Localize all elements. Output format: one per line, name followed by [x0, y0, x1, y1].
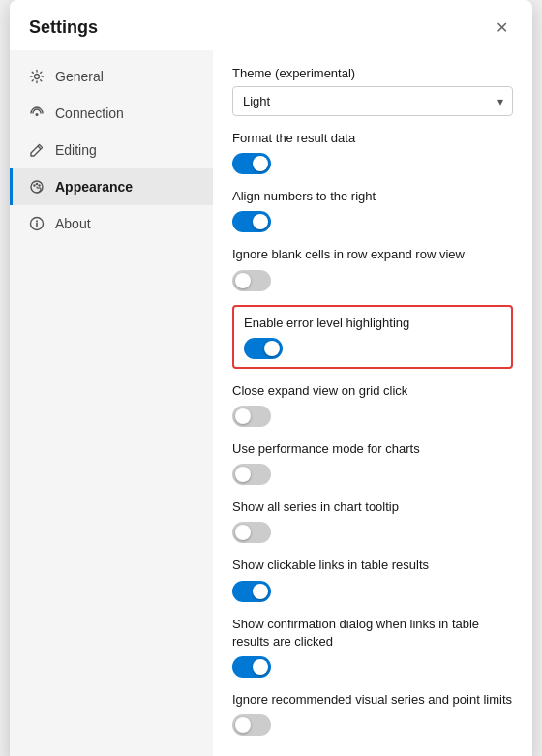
setting-label-ignore-blank: Ignore blank cells in row expand row vie…	[232, 246, 513, 263]
pencil-icon	[28, 141, 45, 159]
setting-label-ignore-visual: Ignore recommended visual series and poi…	[232, 691, 513, 709]
toggle-container-close-expand	[232, 406, 513, 427]
toggle-track-enable-error[interactable]	[244, 338, 283, 359]
sidebar-item-label-connection: Connection	[55, 106, 124, 121]
setting-label-clickable-links: Show clickable links in table results	[232, 557, 513, 574]
setting-label-confirm-dialog: Show confirmation dialog when links in t…	[232, 616, 513, 650]
svg-point-5	[38, 184, 40, 186]
toggle-thumb-performance-mode	[235, 467, 251, 482]
settings-dialog: Settings ✕ General Connection Editing Ap…	[10, 0, 532, 756]
toggle-track-show-all-series[interactable]	[232, 522, 271, 543]
svg-point-8	[36, 220, 38, 222]
toggle-performance-mode[interactable]	[232, 464, 271, 485]
setting-group-format-result: Format the result data	[232, 130, 513, 174]
highlighted-setting-enable-error: Enable error level highlighting	[232, 305, 513, 369]
theme-select[interactable]: LightDarkSystem	[232, 86, 513, 116]
setting-label-format-result: Format the result data	[232, 130, 513, 147]
toggle-show-all-series[interactable]	[232, 522, 271, 543]
toggle-thumb-clickable-links	[253, 584, 268, 599]
toggle-thumb-enable-error	[264, 341, 280, 356]
toggle-track-ignore-visual[interactable]	[232, 714, 271, 736]
toggle-ignore-visual[interactable]	[232, 714, 271, 736]
toggle-align-numbers[interactable]	[232, 211, 271, 232]
toggle-close-expand[interactable]	[232, 406, 271, 427]
setting-label-align-numbers: Align numbers to the right	[232, 188, 513, 205]
svg-point-0	[35, 75, 40, 79]
svg-point-3	[33, 184, 35, 186]
setting-group-confirm-dialog: Show confirmation dialog when links in t…	[232, 616, 513, 678]
toggle-format-result[interactable]	[232, 153, 271, 174]
setting-group-ignore-visual: Ignore recommended visual series and poi…	[232, 691, 513, 736]
toggle-track-align-numbers[interactable]	[232, 211, 271, 232]
toggle-container-confirm-dialog	[232, 656, 513, 678]
toggle-track-performance-mode[interactable]	[232, 464, 271, 485]
toggle-thumb-ignore-visual	[235, 717, 251, 733]
sidebar-item-appearance[interactable]: Appearance	[10, 168, 213, 205]
sidebar-item-about[interactable]: About	[10, 205, 213, 242]
sidebar-item-label-general: General	[55, 69, 104, 84]
setting-group-clickable-links: Show clickable links in table results	[232, 557, 513, 601]
toggle-thumb-ignore-blank	[235, 273, 251, 288]
sidebar: General Connection Editing Appearance Ab…	[10, 50, 213, 756]
theme-select-wrapper: LightDarkSystem▾	[232, 86, 513, 116]
dialog-header: Settings ✕	[10, 0, 532, 50]
toggle-ignore-blank[interactable]	[232, 270, 271, 291]
sidebar-item-connection[interactable]: Connection	[10, 95, 213, 132]
setting-label-enable-error: Enable error level highlighting	[244, 315, 501, 332]
toggle-track-confirm-dialog[interactable]	[232, 656, 271, 678]
dialog-body: General Connection Editing Appearance Ab…	[10, 50, 532, 756]
sidebar-item-general[interactable]: General	[10, 58, 213, 95]
dialog-title: Settings	[29, 17, 98, 38]
toggle-thumb-show-all-series	[235, 525, 251, 540]
toggle-container-clickable-links	[232, 581, 513, 602]
sidebar-item-label-editing: Editing	[55, 142, 97, 158]
toggle-thumb-confirm-dialog	[253, 659, 268, 675]
setting-label-performance-mode: Use performance mode for charts	[232, 440, 513, 458]
gear-icon	[28, 68, 45, 85]
toggle-clickable-links[interactable]	[232, 581, 271, 602]
theme-label: Theme (experimental)	[232, 66, 513, 80]
setting-group-ignore-blank: Ignore blank cells in row expand row vie…	[232, 246, 513, 290]
toggle-thumb-align-numbers	[253, 214, 268, 229]
toggle-confirm-dialog[interactable]	[232, 656, 271, 678]
toggle-track-format-result[interactable]	[232, 153, 271, 174]
connection-icon	[28, 105, 45, 122]
toggle-container-ignore-blank	[232, 270, 513, 291]
sidebar-item-editing[interactable]: Editing	[10, 132, 213, 168]
toggle-enable-error[interactable]	[244, 338, 283, 359]
toggle-thumb-format-result	[253, 156, 268, 171]
setting-group-show-all-series: Show all series in chart tooltip	[232, 499, 513, 543]
sidebar-item-label-about: About	[55, 216, 91, 231]
svg-point-1	[36, 113, 39, 116]
palette-icon	[28, 178, 45, 196]
setting-group-close-expand: Close expand view on grid click	[232, 382, 513, 427]
content-area: Theme (experimental)LightDarkSystem▾Form…	[213, 50, 532, 756]
toggle-thumb-close-expand	[235, 408, 251, 424]
toggle-container-performance-mode	[232, 464, 513, 485]
info-icon	[28, 215, 45, 232]
toggle-track-close-expand[interactable]	[232, 406, 271, 427]
toggle-container-format-result	[232, 153, 513, 174]
toggle-container-enable-error	[244, 338, 501, 359]
toggle-container-ignore-visual	[232, 714, 513, 736]
toggle-container-show-all-series	[232, 522, 513, 543]
svg-point-4	[36, 183, 38, 185]
close-button[interactable]: ✕	[490, 15, 513, 39]
setting-label-show-all-series: Show all series in chart tooltip	[232, 499, 513, 516]
toggle-track-ignore-blank[interactable]	[232, 270, 271, 291]
toggle-track-clickable-links[interactable]	[232, 581, 271, 602]
setting-group-align-numbers: Align numbers to the right	[232, 188, 513, 232]
setting-group-performance-mode: Use performance mode for charts	[232, 440, 513, 485]
setting-label-close-expand: Close expand view on grid click	[232, 382, 513, 400]
sidebar-item-label-appearance: Appearance	[55, 179, 133, 195]
toggle-container-align-numbers	[232, 211, 513, 232]
theme-section: Theme (experimental)LightDarkSystem▾	[232, 66, 513, 116]
